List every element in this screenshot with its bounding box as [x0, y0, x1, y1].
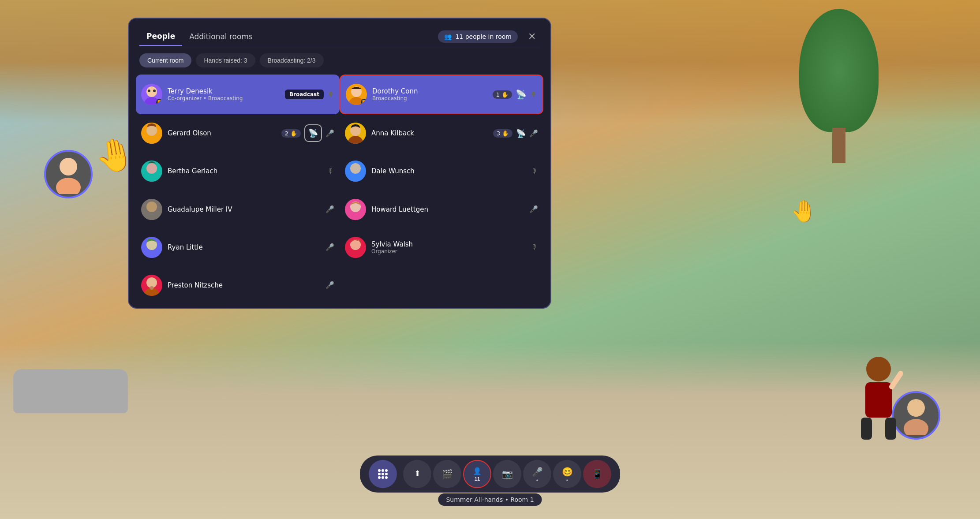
role-sylvia: Organizer [371, 248, 526, 254]
broadcast-icon-dorothy: 📡 [516, 89, 527, 100]
person-row-ryan[interactable]: Ryan Little 🎤 [136, 228, 340, 266]
actions-bertha: 🎙 [327, 167, 334, 175]
person-row-guadalupe[interactable]: Guadalupe Miller IV 🎤 [136, 190, 340, 228]
svg-point-36 [385, 469, 388, 472]
svg-point-11 [148, 90, 150, 92]
info-gerard: Gerard Olson [168, 129, 276, 137]
svg-point-21 [348, 174, 363, 182]
tab-additional-rooms[interactable]: Additional rooms [182, 28, 260, 46]
close-button[interactable]: ✕ [524, 29, 540, 45]
svg-point-40 [378, 476, 381, 479]
person-row-anna[interactable]: Anna Kilback 3 ✋ 📡 🎤 [340, 114, 543, 152]
role-terry: Co-organizer • Broadcasting [168, 95, 280, 101]
filter-current-room[interactable]: Current room [139, 53, 191, 67]
svg-point-27 [144, 250, 160, 258]
hand-count-number-dorothy: 1 [496, 91, 500, 98]
avatar-sylvia [345, 237, 366, 258]
mic-icon-dale: 🎙 [531, 167, 538, 175]
hand-count-dorothy: 1 ✋ [493, 90, 512, 99]
share-button[interactable]: ⬆ [403, 460, 431, 488]
mic-chevron: ▲ [535, 478, 539, 482]
tree [795, 9, 883, 163]
avatar-dale [345, 161, 366, 182]
tab-people[interactable]: People [139, 27, 182, 46]
svg-point-17 [348, 136, 363, 144]
info-guadalupe: Guadalupe Miller IV [168, 205, 320, 213]
wave-hand-right-icon: 🤚 [790, 198, 817, 224]
actions-anna: 3 ✋ 📡 🎤 [493, 129, 538, 138]
filter-broadcasting[interactable]: Broadcasting: 2/3 [260, 53, 324, 67]
info-howard: Howard Luettgen [371, 205, 524, 213]
name-anna: Anna Kilback [371, 129, 488, 137]
svg-point-34 [378, 469, 381, 472]
avatar-howard [345, 199, 366, 220]
person-row-sylvia[interactable]: Sylvia Walsh Organizer 🎙 [340, 228, 543, 266]
avatar-gerard [141, 123, 162, 144]
room-label: Summer All-hands • Room 1 [438, 493, 542, 506]
emoji-button[interactable]: 😊 ▲ [553, 460, 581, 488]
avatar-anna [345, 123, 366, 144]
name-terry: Terry Denesik [168, 87, 280, 95]
info-bertha: Bertha Gerlach [168, 167, 322, 175]
svg-point-20 [146, 163, 157, 174]
mic-btn-icon: 🎤 [532, 467, 543, 477]
person-row-dorothy[interactable]: 📶 Dorothy Conn Broadcasting 1 ✋ 📡 🎙 [340, 75, 543, 114]
svg-point-16 [146, 125, 157, 136]
people-count-badge: 👥 11 people in room [438, 30, 518, 43]
info-preston: Preston Nitzsche [168, 281, 320, 289]
share-icon: ⬆ [414, 469, 421, 478]
person-row-gerard[interactable]: Gerard Olson 2 ✋ 📡 🎤 [136, 114, 340, 152]
empty-slot [340, 266, 543, 304]
broadcast-badge-terry: Broadcast [285, 90, 324, 99]
emoji-icon: 😊 [562, 467, 573, 477]
avatar-preston [141, 275, 162, 296]
people-count-label: 11 people in room [455, 33, 512, 40]
apps-button[interactable] [369, 460, 397, 488]
broadcast-btn-gerard[interactable]: 📡 [304, 124, 322, 142]
person-row-dale[interactable]: Dale Wunsch 🎙 [340, 152, 543, 190]
signal-dorothy: 📶 [361, 99, 367, 105]
hand-count-anna: 3 ✋ [493, 129, 512, 138]
people-group-icon: 👥 [444, 33, 452, 40]
filter-hands-raised[interactable]: Hands raised: 3 [196, 53, 255, 67]
actions-dale: 🎙 [531, 167, 538, 175]
camera-icon: 🎬 [442, 469, 453, 479]
avatar-guadalupe [141, 199, 162, 220]
person-row-howard[interactable]: Howard Luettgen 🎤 [340, 190, 543, 228]
info-sylvia: Sylvia Walsh Organizer [371, 240, 526, 254]
avatar-ryan [141, 237, 162, 258]
svg-point-25 [348, 212, 363, 220]
hand-emoji-dorothy: ✋ [501, 91, 509, 98]
filter-row: Current room Hands raised: 3 Broadcastin… [129, 46, 550, 71]
screen-button[interactable]: 📱 [583, 460, 611, 488]
floor [0, 343, 980, 519]
hand-count-number-gerard: 2 [285, 130, 288, 137]
actions-sylvia: 🎙 [531, 243, 538, 251]
person-row-bertha[interactable]: Bertha Gerlach 🎙 [136, 152, 340, 190]
photo-button[interactable]: 📷 [493, 460, 521, 488]
photo-icon: 📷 [502, 469, 513, 479]
toolbar: ⬆ 🎬 👤 11 📷 🎤 ▲ 😊 ▲ 📱 [360, 456, 620, 493]
hand-count-number-anna: 3 [497, 130, 500, 137]
people-grid: 📶 Terry Denesik Co-organizer • Broadcast… [129, 71, 550, 308]
svg-point-15 [144, 136, 160, 144]
people-button[interactable]: 👤 11 [463, 460, 491, 488]
name-preston: Preston Nitzsche [168, 281, 320, 289]
actions-gerard: 2 ✋ 📡 🎤 [281, 124, 334, 142]
mic-button[interactable]: 🎤 ▲ [523, 460, 551, 488]
actions-howard: 🎤 [529, 205, 538, 213]
mic-icon-sylvia: 🎙 [531, 243, 538, 251]
svg-point-0 [60, 158, 77, 175]
mic-icon-gerard: 🎤 [325, 129, 334, 138]
camera-button[interactable]: 🎬 [433, 460, 461, 488]
screen-icon: 📱 [592, 469, 603, 479]
info-dale: Dale Wunsch [371, 167, 526, 175]
svg-point-24 [146, 202, 157, 212]
svg-point-42 [385, 476, 388, 479]
svg-line-6 [892, 373, 901, 387]
name-howard: Howard Luettgen [371, 205, 524, 213]
mic-icon-bertha: 🎙 [327, 167, 334, 175]
people-count: 11 [475, 476, 480, 482]
person-row-preston[interactable]: Preston Nitzsche 🎤 [136, 266, 340, 304]
person-row-terry[interactable]: 📶 Terry Denesik Co-organizer • Broadcast… [136, 75, 340, 114]
